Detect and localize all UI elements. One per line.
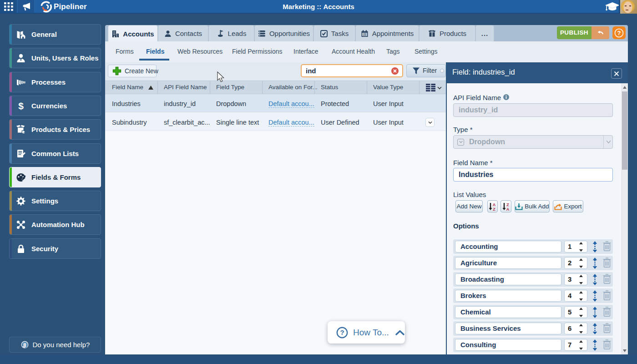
svg-text:?: ?: [617, 30, 621, 36]
svg-text:Z: Z: [506, 202, 509, 207]
svg-text:Z: Z: [493, 207, 495, 211]
svg-text:A: A: [506, 207, 509, 211]
svg-text:?: ?: [340, 329, 344, 336]
svg-text:22: 22: [363, 33, 367, 36]
svg-text:A: A: [493, 202, 496, 207]
